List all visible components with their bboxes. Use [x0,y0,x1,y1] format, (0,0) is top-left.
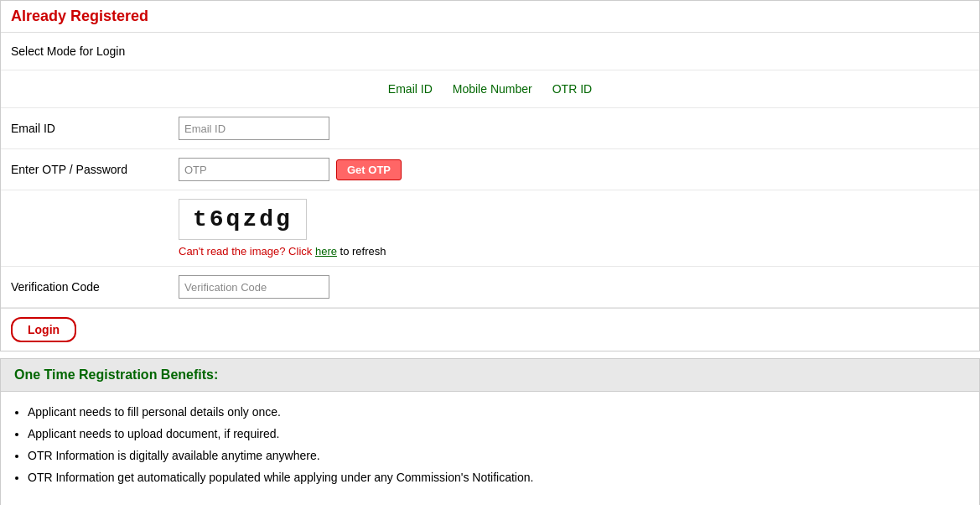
mobile-number-mode[interactable]: Mobile Number [453,82,532,96]
verification-input[interactable] [179,275,329,299]
otp-row: Enter OTP / Password Get OTP [1,149,979,190]
email-input[interactable] [179,117,329,140]
benefits-section: One Time Registration Benefits: Applican… [0,358,980,505]
otr-id-mode[interactable]: OTR ID [552,82,592,96]
list-item: OTR Information is digitally available a… [28,449,966,462]
captcha-refresh-text: Can't read the image? Click here to refr… [179,245,386,258]
login-mode-options-row: Email ID Mobile Number OTR ID [1,70,979,108]
login-button[interactable]: Login [11,317,76,342]
benefits-list: Applicant needs to fill personal details… [1,392,979,505]
otp-label: Enter OTP / Password [11,163,179,176]
email-control-area [179,117,329,140]
verification-row: Verification Code [1,267,979,308]
verification-control-area [179,275,329,299]
verification-label: Verification Code [11,280,179,294]
page-title: Already Registered [11,8,148,24]
section-title-row: Already Registered [1,1,979,33]
otp-input[interactable] [179,158,329,181]
captcha-image: t6qzdg [179,199,307,240]
select-mode-label: Select Mode for Login [11,44,179,58]
list-item: Applicant needs to fill personal details… [28,405,966,419]
already-registered-section: Already Registered Select Mode for Login… [0,0,980,351]
login-mode-options: Email ID Mobile Number OTR ID [388,82,592,96]
email-row: Email ID [1,108,979,149]
benefits-title: One Time Registration Benefits: [14,367,218,382]
otp-control-area: Get OTP [179,158,402,181]
captcha-to-refresh: to refresh [340,245,386,258]
captcha-cant-read: Can't read the image? Click [179,245,312,258]
login-btn-row: Login [1,308,979,351]
list-item: OTR Information get automatically popula… [28,471,966,484]
captcha-row: t6qzdg Can't read the image? Click here … [1,190,979,267]
email-label: Email ID [11,122,179,135]
email-id-mode[interactable]: Email ID [388,82,433,96]
list-item: Applicant needs to upload document, if r… [28,427,966,440]
get-otp-button[interactable]: Get OTP [336,159,402,180]
benefits-header: One Time Registration Benefits: [1,359,979,392]
captcha-refresh-link[interactable]: here [315,245,337,258]
select-mode-row: Select Mode for Login [1,33,979,70]
